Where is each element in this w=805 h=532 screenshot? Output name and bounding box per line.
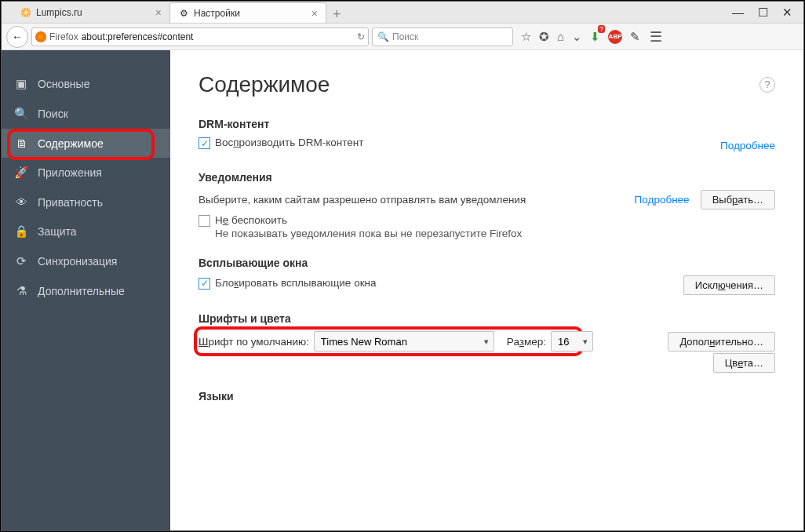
font-size-select[interactable]: 16 — [551, 331, 593, 352]
minimize-button[interactable]: — — [732, 5, 744, 20]
evernote-icon[interactable]: ✎ — [630, 30, 640, 44]
new-tab-button[interactable]: + — [326, 6, 348, 23]
close-icon[interactable]: × — [155, 6, 162, 19]
url-text: about:preferences#content — [82, 31, 354, 42]
page-title-text: Содержимое — [199, 72, 330, 97]
notifications-choose-button[interactable]: Выбрать… — [701, 190, 775, 210]
sidebar-item-apps[interactable]: 🚀Приложения — [2, 158, 170, 188]
lock-icon: 🔒 — [14, 224, 28, 239]
close-button[interactable]: ✕ — [782, 5, 792, 20]
sidebar-item-search[interactable]: 🔍Поиск — [2, 99, 170, 129]
section-heading: Уведомления — [199, 171, 775, 184]
maximize-button[interactable]: ☐ — [758, 5, 768, 20]
titlebar: Lumpics.ru × ⚙ Настройки × + — ☐ ✕ — [2, 2, 803, 24]
section-heading: Шрифты и цвета — [199, 312, 775, 325]
url-bar[interactable]: Firefox about:preferences#content ↻ — [31, 27, 369, 46]
sidebar-item-label: Дополнительные — [38, 285, 125, 297]
sidebar-item-advanced[interactable]: ⚗Дополнительные — [2, 276, 170, 306]
default-font-select[interactable]: Times New Roman — [314, 331, 494, 352]
default-font-label: Шрифт по умолчанию: — [199, 336, 309, 348]
colors-button[interactable]: Цвета… — [713, 353, 775, 373]
drm-checkbox-label: Воспроизводить DRM-контент — [215, 137, 363, 148]
notifications-learn-more-link[interactable]: Подробнее — [635, 194, 690, 206]
block-popups-checkbox[interactable]: ✓ — [199, 278, 210, 290]
preferences-sidebar: ▣Основные 🔍Поиск 🗎Содержимое 🚀Приложения… — [2, 50, 170, 530]
search-placeholder: Поиск — [392, 31, 418, 42]
apps-icon: 🚀 — [14, 166, 28, 180]
help-icon[interactable]: ? — [759, 77, 775, 93]
sidebar-item-content[interactable]: 🗎Содержимое — [2, 129, 170, 158]
sidebar-item-security[interactable]: 🔒Защита — [2, 217, 170, 246]
section-heading: Языки — [199, 390, 775, 403]
sidebar-item-label: Приложения — [38, 166, 102, 179]
dnd-checkbox[interactable]: ✓ — [199, 215, 210, 227]
notifications-desc: Выберите, каким сайтам разрешено отправл… — [199, 194, 526, 206]
section-fonts: Шрифты и цвета Шрифт по умолчанию: Times… — [199, 312, 775, 373]
firefox-icon — [35, 31, 46, 42]
size-value: 16 — [558, 336, 569, 348]
sidebar-item-sync[interactable]: ⟳Синхронизация — [2, 246, 170, 276]
tab-strip: Lumpics.ru × ⚙ Настройки × + — [2, 2, 721, 23]
home-icon[interactable]: ⌂ — [557, 30, 564, 43]
tab-label: Настройки — [194, 8, 240, 19]
search-icon: 🔍 — [14, 107, 28, 121]
section-heading: DRM-контент — [199, 118, 775, 130]
preferences-content: Содержимое ? DRM-контент ✓ Воспроизводит… — [170, 50, 803, 530]
section-languages: Языки — [199, 390, 775, 403]
downloads-icon[interactable]: ⬇? — [590, 30, 600, 44]
brand-label: Firefox — [49, 31, 78, 42]
page-title: Содержимое ? — [199, 72, 775, 97]
adblock-icon[interactable]: ABP — [608, 30, 622, 44]
back-button[interactable]: ← — [6, 26, 28, 48]
fonts-advanced-button[interactable]: Дополнительно… — [668, 332, 775, 352]
dnd-note: Не показывать уведомления пока вы не пер… — [215, 228, 522, 239]
search-bar[interactable]: 🔍 Поиск — [372, 27, 513, 46]
tab-label: Lumpics.ru — [36, 7, 82, 18]
sidebar-item-label: Содержимое — [38, 137, 104, 150]
sidebar-item-label: Защита — [38, 225, 77, 238]
content-icon: 🗎 — [14, 137, 28, 150]
bookmark-star-icon[interactable]: ☆ — [521, 30, 531, 44]
privacy-icon: 👁 — [14, 195, 28, 209]
drm-learn-more-link[interactable]: Подробнее — [720, 140, 775, 151]
block-popups-label: Блокировать всплывающие окна — [215, 277, 377, 289]
font-size-label: Размер: — [507, 336, 546, 348]
close-icon[interactable]: × — [311, 7, 318, 20]
popups-exceptions-button[interactable]: Исключения… — [683, 275, 775, 295]
dnd-label: Не беспокоить — [215, 214, 287, 226]
sidebar-item-privacy[interactable]: 👁Приватность — [2, 188, 170, 217]
sidebar-item-label: Приватность — [38, 196, 103, 209]
advanced-icon: ⚗ — [14, 284, 28, 298]
drm-checkbox[interactable]: ✓ — [199, 137, 210, 149]
refresh-icon[interactable]: ↻ — [357, 31, 365, 42]
general-icon: ▣ — [14, 77, 28, 91]
section-heading: Всплывающие окна — [199, 257, 775, 269]
sidebar-item-label: Основные — [38, 78, 89, 90]
gear-icon: ⚙ — [178, 8, 189, 19]
window-controls: — ☐ ✕ — [721, 5, 803, 20]
search-icon: 🔍 — [377, 31, 389, 42]
downloads-badge: ? — [598, 25, 605, 33]
font-value: Times New Roman — [321, 336, 407, 348]
sidebar-item-label: Синхронизация — [38, 255, 117, 268]
sidebar-item-general[interactable]: ▣Основные — [2, 69, 170, 99]
section-drm: DRM-контент ✓ Воспроизводить DRM-контент… — [199, 118, 775, 154]
navigation-toolbar: ← Firefox about:preferences#content ↻ 🔍 … — [2, 24, 803, 50]
hamburger-menu-icon[interactable]: ☰ — [650, 28, 662, 46]
toolbar-icons: ☆ ✪ ⌂ ⌄ ⬇? ABP ✎ — [521, 30, 640, 44]
tab-settings[interactable]: ⚙ Настройки × — [169, 2, 326, 23]
lumpics-favicon — [20, 7, 31, 18]
sidebar-item-label: Поиск — [38, 107, 68, 120]
section-notifications: Уведомления Выберите, каким сайтам разре… — [199, 171, 775, 239]
sync-icon: ⟳ — [14, 254, 28, 268]
pocket-icon[interactable]: ⌄ — [572, 30, 582, 44]
tab-lumpics[interactable]: Lumpics.ru × — [13, 2, 169, 23]
self-icon[interactable]: ✪ — [539, 30, 549, 44]
section-popups: Всплывающие окна ✓ Блокировать всплывающ… — [199, 257, 775, 295]
